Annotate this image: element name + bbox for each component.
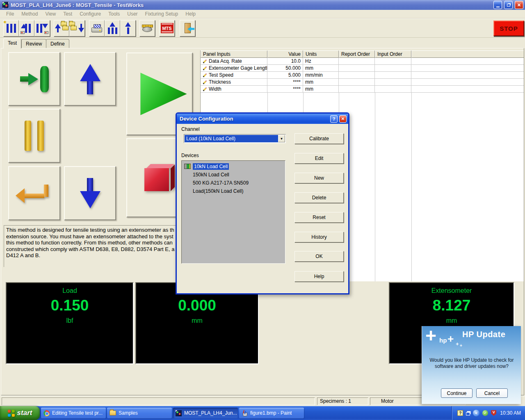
return-arrow-icon [17, 182, 52, 204]
input-value: **** [293, 79, 301, 85]
taskbar-item-browser[interactable]: Editing Tensile test pr... [41, 408, 106, 418]
input-units-cell: Hz [303, 58, 339, 65]
update-badge-icon[interactable]: ✓ [482, 410, 488, 416]
exit-button[interactable] [180, 20, 195, 37]
header-input-order[interactable]: Input Order [375, 50, 411, 58]
edit-button[interactable]: Edit [294, 153, 344, 164]
arrow-head [80, 191, 100, 208]
input-order-cell [375, 72, 411, 79]
close-button[interactable]: ✕ [515, 1, 523, 9]
start-label: start [17, 409, 32, 417]
specimen-group-button[interactable] [105, 20, 120, 37]
help-tray-icon[interactable]: ? [457, 410, 463, 416]
arrow-head [28, 73, 38, 85]
antivirus-shield-icon[interactable]: V [491, 410, 496, 416]
help-icon: ? [333, 116, 336, 121]
open-method-button[interactable] [19, 20, 34, 37]
window-tray-icon[interactable] [466, 412, 470, 415]
jog-up-button[interactable] [64, 52, 116, 106]
dialog-help-button[interactable]: ? [330, 115, 338, 123]
pause-button[interactable] [8, 109, 60, 163]
channel-dropdown[interactable]: Load (10kN Load Cell) ▼ [184, 134, 286, 143]
stop-cube-icon [144, 164, 175, 192]
hide-icons-chevron[interactable]: < [473, 410, 479, 416]
description-line: constructed which comply with ASTM D638,… [6, 246, 179, 253]
new-method-button[interactable]: * [3, 20, 19, 37]
tab-review[interactable]: Review [21, 39, 46, 48]
jog-to-limit-button[interactable] [8, 52, 60, 106]
menu-user[interactable]: User [123, 10, 141, 18]
display-unit: lbf [66, 317, 73, 324]
dropdown-button[interactable]: ▼ [278, 135, 285, 142]
report-order-cell [339, 72, 375, 79]
start-button[interactable]: start [0, 406, 40, 420]
reset-button[interactable]: Reset [294, 212, 344, 223]
new-button[interactable]: New [294, 173, 344, 183]
dialog-close-button[interactable]: ✕ [339, 115, 347, 123]
tape-body [142, 27, 152, 32]
input-order-cell [375, 58, 411, 65]
arrow-head [16, 188, 25, 203]
input-order-cell [375, 86, 411, 93]
save-method-button[interactable] [34, 20, 50, 37]
continue-button[interactable]: Continue [441, 388, 472, 398]
taskbar-item-samples[interactable]: Samples [107, 408, 172, 418]
header-value[interactable]: Value [267, 50, 303, 58]
tab-define[interactable]: Define [46, 39, 69, 48]
header-units[interactable]: Units [303, 50, 339, 58]
stop-button[interactable]: STOP [493, 21, 524, 36]
calibrate-button[interactable]: Calibrate [294, 133, 344, 144]
cancel-button[interactable]: Cancel [476, 388, 508, 398]
device-list-item[interactable]: 500 KG A217-17A SN509 [182, 179, 285, 187]
device-list-item[interactable]: 10kN Load Cell [182, 162, 285, 171]
menu-fixturing-setup[interactable]: Fixturing Setup [142, 10, 182, 18]
tab-test[interactable]: Test [3, 38, 21, 48]
table-row[interactable]: Data Acq. Rate 10.0 Hz [201, 58, 524, 65]
specimen-button[interactable] [120, 20, 136, 37]
input-name: Data Acq. Rate [209, 58, 242, 64]
menu-method[interactable]: Method [18, 10, 41, 18]
display-unit: mm [446, 317, 457, 324]
taskbar-item-testworks[interactable]: MOST_PLA_LH4_Jun... [173, 408, 238, 418]
ok-button[interactable]: OK [294, 251, 344, 262]
print-button[interactable] [89, 20, 105, 37]
menu-configure[interactable]: Configure [76, 10, 105, 18]
system-tray: ? < ✓ V 10:30 AM [452, 406, 525, 420]
device-list-item[interactable]: Load(150kN Load Cell) [182, 187, 285, 195]
device-list-item[interactable]: 150kN Load Cell [182, 171, 285, 179]
header-panel-inputs[interactable]: Panel Inputs [201, 50, 267, 58]
return-button[interactable] [8, 166, 60, 220]
header-report-order[interactable]: Report Order [339, 50, 375, 58]
help-button[interactable]: Help [294, 271, 344, 282]
table-row[interactable]: Test Speed 5.000 mm/min [201, 72, 524, 79]
arrow-up-icon [125, 22, 131, 27]
save-sample-button[interactable] [69, 20, 85, 37]
windows-flag-icon [8, 410, 15, 417]
specimen-bar-icon [127, 27, 129, 34]
table-row[interactable]: Thickness **** mm [201, 79, 524, 86]
table-row[interactable]: Extensometer Gage Length 50.000 mm [201, 65, 524, 72]
history-button[interactable]: History [294, 232, 344, 242]
menu-view[interactable]: View [41, 10, 59, 18]
menu-tools[interactable]: Tools [105, 10, 123, 18]
gauge-length-button[interactable] [139, 20, 155, 37]
limit-post-icon [40, 66, 49, 92]
delete-button[interactable]: Delete [294, 192, 344, 203]
jog-down-button[interactable] [64, 166, 116, 220]
report-order-cell [339, 79, 375, 86]
restore-button[interactable] [504, 1, 513, 9]
devices-listbox[interactable]: 10kN Load Cell 150kN Load Cell 500 KG A2… [181, 160, 285, 264]
menu-help[interactable]: Help [182, 10, 199, 18]
arrow-stem [87, 81, 93, 94]
hp-sparkle-icon: + [447, 333, 454, 345]
gauge-length-icon [142, 25, 153, 32]
mts-button[interactable]: MTS [159, 20, 175, 37]
report-order-cell [339, 58, 375, 65]
taskbar-item-paint[interactable]: figure1.bmp - Paint [239, 408, 304, 418]
open-sample-button[interactable] [54, 20, 69, 37]
menu-file[interactable]: File [2, 10, 18, 18]
menu-test[interactable]: Test [59, 10, 76, 18]
minimize-button[interactable] [493, 1, 502, 9]
arrow-right-icon [20, 73, 38, 85]
table-row[interactable]: Width **** mm [201, 86, 524, 93]
